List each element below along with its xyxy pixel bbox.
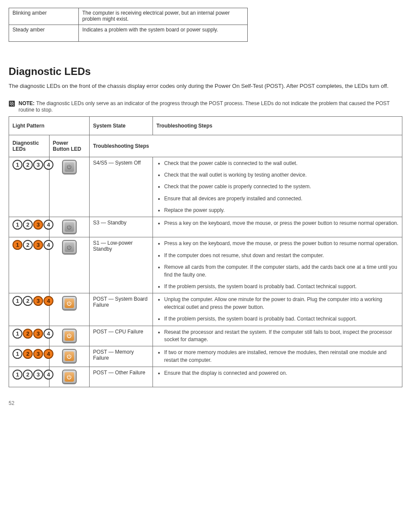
power-icon	[62, 349, 77, 364]
list-item: If two or more memory modules are instal…	[164, 349, 399, 364]
list-item: Unplug the computer. Allow one minute fo…	[164, 296, 399, 311]
list-item: Check that the wall outlet is working by…	[164, 171, 399, 179]
system-state-cell: POST — Memory Failure	[90, 346, 153, 367]
system-state-cell: S4/S5 — System Off	[90, 157, 153, 217]
header-troubleshooting: Troubleshooting Steps	[153, 116, 402, 135]
led-indicator-3: 3	[33, 370, 43, 380]
troubleshooting-cell: Check that the power cable is connected …	[153, 157, 402, 217]
list-item: Press a key on the keyboard, move the mo…	[164, 220, 399, 227]
led-indicator-1: 1	[12, 370, 22, 380]
led-indicator-1: 1	[12, 296, 22, 306]
cell-left: Steady amber	[9, 25, 79, 42]
led-indicator-2: 2	[23, 240, 33, 250]
led-pattern-cell: 1234	[9, 326, 50, 346]
led-indicator-2: 2	[23, 329, 33, 339]
led-indicator-4: 4	[44, 296, 53, 306]
power-icon	[62, 220, 77, 234]
table-row: Steady amber Indicates a problem with th…	[9, 25, 248, 42]
led-indicator-2: 2	[23, 370, 33, 380]
led-indicator-2: 2	[23, 220, 33, 230]
power-icon	[62, 329, 77, 343]
troubleshooting-cell: Reseat the processor and restart the sys…	[153, 326, 402, 346]
note-label: NOTE:	[19, 100, 34, 106]
led-indicator-2: 2	[23, 296, 33, 306]
led-indicator-4: 4	[44, 160, 53, 170]
cell-right: The computer is receiving electrical pow…	[79, 8, 248, 25]
section-intro: The diagnostic LEDs on the front of the …	[9, 82, 402, 90]
led-indicator-1: 1	[12, 160, 22, 170]
table-row: 1234POST — Memory FailureIf two or more …	[9, 346, 402, 367]
list-item: Reseat the processor and restart the sys…	[164, 329, 399, 344]
led-pattern-cell: 1234	[9, 157, 50, 217]
led-pattern-cell: 1234	[9, 293, 50, 326]
cell-left: Blinking amber	[9, 8, 79, 25]
table-row: 1234POST — System Board FailureUnplug th…	[9, 293, 402, 326]
list-item: Replace the power supply.	[164, 207, 399, 214]
led-pattern-cell: 1234	[9, 367, 50, 387]
led-indicator-4: 4	[44, 220, 53, 230]
led-indicator-2: 2	[23, 349, 33, 359]
troubleshooting-cell: If two or more memory modules are instal…	[153, 346, 402, 367]
system-state-cell: S1 — Low-power Standby	[90, 237, 153, 293]
header-light-pattern: Light Pattern	[9, 116, 90, 135]
system-state-cell: POST — System Board Failure	[90, 293, 153, 326]
page-number: 52	[9, 400, 402, 406]
power-button-cell	[49, 293, 90, 326]
subheader-diagnostic-leds: Diagnostic LEDs	[9, 135, 50, 157]
table-header-row: Light Pattern System State Troubleshooti…	[9, 116, 402, 135]
led-indicator-4: 4	[44, 370, 53, 380]
led-indicator-1: 1	[12, 220, 22, 230]
power-button-cell	[49, 217, 90, 237]
power-icon	[62, 240, 77, 255]
led-indicator-3: 3	[33, 220, 43, 230]
list-item: Ensure that all devices are properly ins…	[164, 195, 399, 202]
power-button-cell	[49, 346, 90, 367]
led-pattern-cell: 1234	[9, 346, 50, 367]
power-button-cell	[49, 157, 90, 217]
list-item: Check that the power cable is properly c…	[164, 183, 399, 190]
led-indicator-1: 1	[12, 329, 22, 339]
troubleshooting-cell: Unplug the computer. Allow one minute fo…	[153, 293, 402, 326]
header-system-state: System State	[90, 116, 153, 135]
led-pattern-cell: 1234	[9, 217, 50, 237]
table-row: 1234POST — Other FailureEnsure that the …	[9, 367, 402, 387]
troubleshooting-cell: Press a key on the keyboard, move the mo…	[153, 237, 402, 293]
section-title: Diagnostic LEDs	[9, 65, 402, 78]
list-item: If the problem persists, the system boar…	[164, 315, 399, 323]
led-indicator-1: 1	[12, 349, 22, 359]
note-icon	[9, 100, 15, 107]
led-indicator-4: 4	[44, 329, 53, 339]
led-indicator-3: 3	[33, 296, 43, 306]
led-indicator-3: 3	[33, 160, 43, 170]
subheader-power-button-led: Power Button LED	[49, 135, 90, 157]
power-icon	[62, 296, 77, 311]
led-indicator-1: 1	[12, 240, 22, 250]
led-indicator-3: 3	[33, 329, 43, 339]
table-row: 1234S1 — Low-power StandbyPress a key on…	[9, 237, 402, 293]
list-item: Ensure that the display is connected and…	[164, 370, 399, 377]
led-indicator-2: 2	[23, 160, 33, 170]
cell-right: Indicates a problem with the system boar…	[79, 25, 248, 42]
system-state-cell: POST — Other Failure	[90, 367, 153, 387]
led-indicator-3: 3	[33, 240, 43, 250]
led-indicator-4: 4	[44, 240, 53, 250]
led-indicator-4: 4	[44, 349, 53, 359]
system-state-cell: S3 — Standby	[90, 217, 153, 237]
table-row: 1234POST — CPU FailureReseat the process…	[9, 326, 402, 346]
list-item: If the computer does not resume, shut do…	[164, 252, 399, 259]
led-indicator-3: 3	[33, 349, 43, 359]
note: NOTE: The diagnostic LEDs only serve as …	[9, 100, 402, 113]
troubleshooting-cell: Ensure that the display is connected and…	[153, 367, 402, 387]
power-icon	[62, 370, 77, 384]
power-button-cell	[49, 367, 90, 387]
table-row: Blinking amber The computer is receiving…	[9, 8, 248, 25]
note-text: The diagnostic LEDs only serve as an ind…	[19, 100, 389, 113]
table-row: 1234S3 — StandbyPress a key on the keybo…	[9, 217, 402, 237]
led-pattern-cell: 1234	[9, 237, 50, 293]
system-state-cell: POST — CPU Failure	[90, 326, 153, 346]
subheader-steps: Troubleshooting Steps	[90, 135, 402, 157]
power-button-cell	[49, 237, 90, 293]
table-subheader-row: Diagnostic LEDs Power Button LED Trouble…	[9, 135, 402, 157]
list-item: If the problem persists, the system boar…	[164, 283, 399, 290]
list-item: Press a key on the keyboard, move the mo…	[164, 240, 399, 247]
